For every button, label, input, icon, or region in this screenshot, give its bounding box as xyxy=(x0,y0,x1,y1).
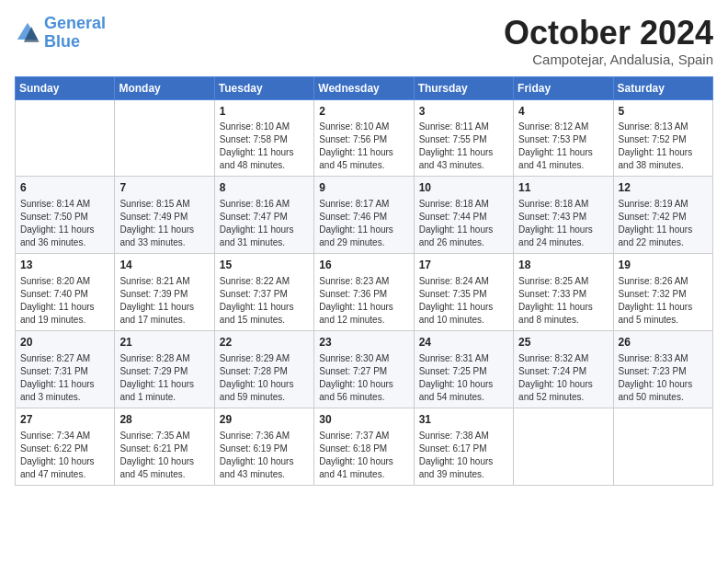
day-number: 12 xyxy=(619,180,708,196)
day-info: Sunrise: 8:10 AM Sunset: 7:56 PM Dayligh… xyxy=(319,121,408,172)
week-row-2: 6Sunrise: 8:14 AM Sunset: 7:50 PM Daylig… xyxy=(16,177,713,254)
title-block: October 2024 Campotejar, Andalusia, Spai… xyxy=(504,15,713,67)
weekday-header-monday: Monday xyxy=(115,76,214,99)
day-info: Sunrise: 7:37 AM Sunset: 6:18 PM Dayligh… xyxy=(319,430,408,481)
week-row-1: 1Sunrise: 8:10 AM Sunset: 7:58 PM Daylig… xyxy=(16,99,713,177)
weekday-header-tuesday: Tuesday xyxy=(214,76,313,99)
calendar-cell: 7Sunrise: 8:15 AM Sunset: 7:49 PM Daylig… xyxy=(115,177,214,254)
day-number: 31 xyxy=(419,412,508,428)
day-info: Sunrise: 8:30 AM Sunset: 7:27 PM Dayligh… xyxy=(319,352,408,404)
page-header: General Blue October 2024 Campotejar, An… xyxy=(15,15,713,67)
calendar-table: SundayMondayTuesdayWednesdayThursdayFrid… xyxy=(15,76,713,486)
calendar-cell: 25Sunrise: 8:32 AM Sunset: 7:24 PM Dayli… xyxy=(514,330,613,408)
calendar-cell: 28Sunrise: 7:35 AM Sunset: 6:21 PM Dayli… xyxy=(115,408,214,485)
day-info: Sunrise: 8:24 AM Sunset: 7:35 PM Dayligh… xyxy=(419,275,508,327)
day-number: 4 xyxy=(518,104,608,120)
week-row-3: 13Sunrise: 8:20 AM Sunset: 7:40 PM Dayli… xyxy=(16,254,713,331)
calendar-cell: 26Sunrise: 8:33 AM Sunset: 7:23 PM Dayli… xyxy=(613,330,712,408)
day-info: Sunrise: 8:29 AM Sunset: 7:28 PM Dayligh… xyxy=(220,352,309,404)
calendar-cell: 17Sunrise: 8:24 AM Sunset: 7:35 PM Dayli… xyxy=(414,254,513,331)
day-number: 13 xyxy=(20,258,109,273)
day-number: 9 xyxy=(319,180,408,196)
day-info: Sunrise: 8:31 AM Sunset: 7:25 PM Dayligh… xyxy=(419,352,508,404)
day-info: Sunrise: 8:28 AM Sunset: 7:29 PM Dayligh… xyxy=(119,352,209,404)
day-number: 23 xyxy=(319,335,408,350)
calendar-cell xyxy=(115,99,214,177)
day-info: Sunrise: 8:26 AM Sunset: 7:32 PM Dayligh… xyxy=(619,275,708,327)
day-info: Sunrise: 8:33 AM Sunset: 7:23 PM Dayligh… xyxy=(619,352,708,404)
calendar-cell: 23Sunrise: 8:30 AM Sunset: 7:27 PM Dayli… xyxy=(314,330,414,408)
day-info: Sunrise: 8:11 AM Sunset: 7:55 PM Dayligh… xyxy=(419,121,508,172)
calendar-cell: 5Sunrise: 8:13 AM Sunset: 7:52 PM Daylig… xyxy=(613,99,712,177)
day-number: 27 xyxy=(20,412,109,428)
day-info: Sunrise: 8:10 AM Sunset: 7:58 PM Dayligh… xyxy=(220,121,309,172)
calendar-cell: 11Sunrise: 8:18 AM Sunset: 7:43 PM Dayli… xyxy=(514,177,613,254)
calendar-cell: 4Sunrise: 8:12 AM Sunset: 7:53 PM Daylig… xyxy=(514,99,613,177)
calendar-cell: 24Sunrise: 8:31 AM Sunset: 7:25 PM Dayli… xyxy=(414,330,513,408)
day-info: Sunrise: 8:13 AM Sunset: 7:52 PM Dayligh… xyxy=(619,121,708,172)
day-number: 29 xyxy=(220,412,309,428)
day-number: 24 xyxy=(419,335,508,350)
calendar-cell: 8Sunrise: 8:16 AM Sunset: 7:47 PM Daylig… xyxy=(214,177,313,254)
weekday-header-row: SundayMondayTuesdayWednesdayThursdayFrid… xyxy=(16,76,713,99)
week-row-4: 20Sunrise: 8:27 AM Sunset: 7:31 PM Dayli… xyxy=(16,330,713,408)
day-info: Sunrise: 8:12 AM Sunset: 7:53 PM Dayligh… xyxy=(518,121,608,172)
calendar-cell xyxy=(613,408,712,485)
day-number: 10 xyxy=(419,180,508,196)
calendar-cell: 6Sunrise: 8:14 AM Sunset: 7:50 PM Daylig… xyxy=(16,177,115,254)
day-info: Sunrise: 8:32 AM Sunset: 7:24 PM Dayligh… xyxy=(518,352,608,404)
calendar-cell xyxy=(514,408,613,485)
day-info: Sunrise: 8:15 AM Sunset: 7:49 PM Dayligh… xyxy=(119,198,209,249)
day-number: 19 xyxy=(619,258,708,273)
calendar-cell: 31Sunrise: 7:38 AM Sunset: 6:17 PM Dayli… xyxy=(414,408,513,485)
day-number: 14 xyxy=(119,258,209,273)
day-number: 15 xyxy=(220,258,309,273)
day-number: 5 xyxy=(619,104,708,120)
calendar-cell: 16Sunrise: 8:23 AM Sunset: 7:36 PM Dayli… xyxy=(314,254,414,331)
calendar-cell: 21Sunrise: 8:28 AM Sunset: 7:29 PM Dayli… xyxy=(115,330,214,408)
calendar-cell: 20Sunrise: 8:27 AM Sunset: 7:31 PM Dayli… xyxy=(16,330,115,408)
day-number: 20 xyxy=(20,335,109,350)
location-subtitle: Campotejar, Andalusia, Spain xyxy=(504,52,713,67)
calendar-cell: 19Sunrise: 8:26 AM Sunset: 7:32 PM Dayli… xyxy=(613,254,712,331)
day-info: Sunrise: 8:27 AM Sunset: 7:31 PM Dayligh… xyxy=(20,352,109,404)
calendar-cell xyxy=(16,99,115,177)
month-title: October 2024 xyxy=(504,15,713,52)
day-info: Sunrise: 8:20 AM Sunset: 7:40 PM Dayligh… xyxy=(20,275,109,327)
day-number: 26 xyxy=(619,335,708,350)
day-info: Sunrise: 8:18 AM Sunset: 7:44 PM Dayligh… xyxy=(419,198,508,249)
calendar-cell: 29Sunrise: 7:36 AM Sunset: 6:19 PM Dayli… xyxy=(214,408,313,485)
calendar-cell: 14Sunrise: 8:21 AM Sunset: 7:39 PM Dayli… xyxy=(115,254,214,331)
logo-text: General Blue xyxy=(44,15,106,52)
day-number: 2 xyxy=(319,104,408,120)
day-number: 8 xyxy=(220,180,309,196)
weekday-header-friday: Friday xyxy=(514,76,613,99)
calendar-cell: 12Sunrise: 8:19 AM Sunset: 7:42 PM Dayli… xyxy=(613,177,712,254)
day-number: 17 xyxy=(419,258,508,273)
weekday-header-sunday: Sunday xyxy=(16,76,115,99)
weekday-header-thursday: Thursday xyxy=(414,76,513,99)
day-number: 11 xyxy=(518,180,608,196)
calendar-cell: 13Sunrise: 8:20 AM Sunset: 7:40 PM Dayli… xyxy=(16,254,115,331)
day-number: 22 xyxy=(220,335,309,350)
weekday-header-saturday: Saturday xyxy=(613,76,712,99)
calendar-cell: 1Sunrise: 8:10 AM Sunset: 7:58 PM Daylig… xyxy=(214,99,313,177)
day-number: 18 xyxy=(518,258,608,273)
day-number: 3 xyxy=(419,104,508,120)
calendar-cell: 10Sunrise: 8:18 AM Sunset: 7:44 PM Dayli… xyxy=(414,177,513,254)
calendar-cell: 9Sunrise: 8:17 AM Sunset: 7:46 PM Daylig… xyxy=(314,177,414,254)
day-number: 16 xyxy=(319,258,408,273)
day-info: Sunrise: 8:23 AM Sunset: 7:36 PM Dayligh… xyxy=(319,275,408,327)
calendar-cell: 18Sunrise: 8:25 AM Sunset: 7:33 PM Dayli… xyxy=(514,254,613,331)
day-number: 6 xyxy=(20,180,109,196)
day-info: Sunrise: 8:25 AM Sunset: 7:33 PM Dayligh… xyxy=(518,275,608,327)
day-info: Sunrise: 7:34 AM Sunset: 6:22 PM Dayligh… xyxy=(20,430,109,481)
calendar-cell: 15Sunrise: 8:22 AM Sunset: 7:37 PM Dayli… xyxy=(214,254,313,331)
calendar-cell: 27Sunrise: 7:34 AM Sunset: 6:22 PM Dayli… xyxy=(16,408,115,485)
day-number: 7 xyxy=(119,180,209,196)
day-info: Sunrise: 8:18 AM Sunset: 7:43 PM Dayligh… xyxy=(518,198,608,249)
logo: General Blue xyxy=(15,15,106,52)
day-number: 21 xyxy=(119,335,209,350)
calendar-cell: 2Sunrise: 8:10 AM Sunset: 7:56 PM Daylig… xyxy=(314,99,414,177)
day-info: Sunrise: 8:16 AM Sunset: 7:47 PM Dayligh… xyxy=(220,198,309,249)
